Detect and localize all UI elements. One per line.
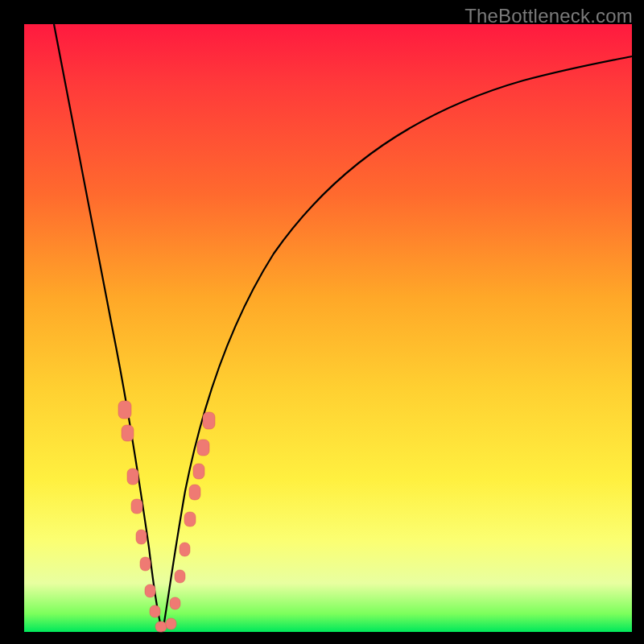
marker-point (131, 499, 142, 514)
chart-frame: TheBottleneck.com (0, 0, 644, 644)
marker-point (170, 597, 180, 609)
marker-point (122, 425, 134, 441)
marker-point (136, 530, 147, 544)
marker-point (184, 512, 196, 526)
marker-point (175, 570, 185, 583)
marker-point (203, 412, 215, 429)
marker-point (197, 440, 209, 456)
curve-layer (24, 24, 632, 632)
marker-point (155, 621, 167, 632)
marker-point (189, 485, 200, 500)
marker-point (140, 557, 151, 571)
marker-point (180, 543, 190, 556)
marker-point (127, 469, 138, 485)
marker-point (166, 618, 176, 630)
watermark-text: TheBottleneck.com (464, 5, 633, 27)
marker-point (150, 605, 160, 617)
marker-point (145, 584, 155, 597)
marker-point (193, 464, 204, 479)
curve-right-branch (163, 56, 632, 632)
marker-group (118, 401, 215, 632)
marker-point (118, 401, 131, 419)
plot-area (24, 24, 632, 632)
